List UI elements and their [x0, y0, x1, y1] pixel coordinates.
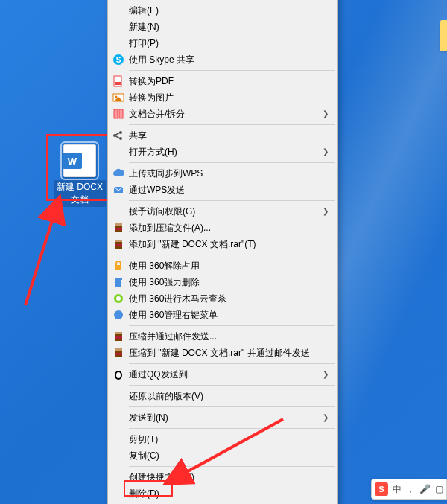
- ime-sogou-icon: S: [375, 482, 388, 496]
- txt: 文档合并/拆分: [129, 106, 320, 122]
- qq-icon: [108, 369, 129, 380]
- ime-comma[interactable]: ，: [406, 483, 415, 496]
- pdf-icon: [108, 75, 129, 87]
- txt: 编辑(E): [129, 2, 332, 19]
- svg-rect-20: [115, 278, 122, 280]
- menu-share[interactable]: 共享: [108, 127, 337, 144]
- menu-rar-mail-named[interactable]: 压缩到 "新建 DOCX 文档.rar" 并通过邮件发送: [108, 345, 337, 361]
- svg-rect-26: [115, 336, 122, 339]
- separator: [129, 162, 335, 163]
- rar-icon: [108, 347, 129, 359]
- svg-line-32: [25, 200, 59, 305]
- menu-add-rar-named[interactable]: 添加到 "新建 DOCX 文档.rar"(T): [108, 236, 337, 252]
- ime-box-icon[interactable]: ▢: [435, 484, 443, 494]
- txt: 使用 360管理右键菜单: [129, 307, 332, 323]
- menu-360-release[interactable]: 使用 360解除占用: [108, 258, 337, 274]
- rar-icon: [108, 222, 129, 234]
- submenu-arrow-icon: ❯: [320, 366, 332, 383]
- menu-open-with[interactable]: 打开方式(H)❯: [108, 144, 337, 160]
- ime-bar[interactable]: S 中 ， 🎤 ▢: [371, 479, 447, 500]
- submenu-arrow-icon: ❯: [320, 203, 332, 220]
- menu-grant[interactable]: 授予访问权限(G)❯: [108, 203, 337, 220]
- txt: 上传或同步到WPS: [129, 165, 332, 182]
- submenu-arrow-icon: ❯: [320, 106, 332, 122]
- svg-rect-14: [115, 228, 122, 230]
- txt: 发送到(N): [129, 409, 320, 426]
- separator: [129, 325, 335, 326]
- svg-point-9: [119, 131, 122, 134]
- rar-icon: [108, 331, 129, 342]
- submenu-arrow-icon: ❯: [320, 409, 332, 426]
- separator: [129, 428, 335, 429]
- desktop-folder-partial[interactable]: 10款: [431, 21, 447, 69]
- menu-360-scan[interactable]: 使用 360进行木马云查杀: [108, 290, 337, 307]
- svg-rect-3: [115, 82, 121, 85]
- svg-rect-18: [115, 265, 121, 270]
- svg-rect-25: [115, 332, 122, 334]
- shield-icon: [108, 293, 129, 304]
- txt: 复制(C): [129, 447, 332, 464]
- txt: 授予访问权限(G): [129, 203, 320, 220]
- cloud-icon: [108, 168, 129, 179]
- image-icon: [108, 92, 129, 103]
- txt: 添加到 "新建 DOCX 文档.rar"(T): [129, 236, 332, 252]
- separator: [129, 385, 335, 386]
- menu-print[interactable]: 打印(P): [108, 35, 337, 51]
- menu-doc-merge[interactable]: 文档合并/拆分❯: [108, 106, 337, 122]
- svg-rect-28: [115, 348, 122, 351]
- separator: [129, 255, 335, 255]
- menu-skype[interactable]: S 使用 Skype 共享: [108, 51, 337, 68]
- svg-point-8: [113, 134, 116, 137]
- menu-send-to[interactable]: 发送到(N)❯: [108, 409, 337, 426]
- lock-icon: [108, 260, 129, 272]
- highlight-box-properties: [124, 480, 173, 497]
- svg-point-23: [114, 310, 123, 319]
- svg-rect-17: [115, 244, 122, 246]
- menu-to-pdf[interactable]: 转换为PDF: [108, 73, 337, 89]
- menu-add-rar[interactable]: 添加到压缩文件(A)...: [108, 220, 337, 236]
- menu-qq-send[interactable]: 通过QQ发送到❯: [108, 366, 337, 383]
- svg-point-10: [119, 137, 122, 140]
- merge-icon: [108, 108, 129, 120]
- svg-rect-19: [115, 280, 121, 287]
- menu-edit[interactable]: 编辑(E): [108, 2, 337, 19]
- txt: 新建(N): [129, 19, 332, 35]
- skype-icon: S: [108, 54, 129, 66]
- txt: 共享: [129, 127, 332, 144]
- separator: [129, 363, 335, 364]
- desktop: 10款 W 新建 DOCX 文档 打开(O) 编辑(E) 新建(N) 打印(P)…: [0, 0, 447, 504]
- separator: [129, 70, 335, 71]
- separator: [129, 406, 335, 407]
- menu-copy[interactable]: 复制(C): [108, 447, 337, 464]
- svg-rect-6: [114, 109, 118, 118]
- annotation-arrow-1: [18, 194, 115, 313]
- svg-rect-16: [115, 240, 122, 242]
- menu-rar-mail[interactable]: 压缩并通过邮件发送...: [108, 328, 337, 345]
- svg-rect-13: [115, 223, 122, 226]
- txt: 转换为PDF: [129, 73, 332, 89]
- menu-new[interactable]: 新建(N): [108, 19, 337, 35]
- txt: 剪切(T): [129, 431, 332, 447]
- menu-wps-send[interactable]: 通过WPS发送: [108, 182, 337, 198]
- menu-wps-upload[interactable]: 上传或同步到WPS: [108, 165, 337, 182]
- txt: 通过QQ发送到: [129, 366, 320, 383]
- svg-point-22: [116, 296, 121, 301]
- svg-rect-29: [115, 353, 122, 355]
- txt: 打开方式(H): [129, 144, 320, 160]
- trash-icon: [108, 276, 129, 288]
- txt: 添加到压缩文件(A)...: [129, 220, 332, 236]
- menu-restore[interactable]: 还原以前的版本(V): [108, 388, 337, 404]
- ime-zh[interactable]: 中: [393, 483, 402, 496]
- send-icon: [108, 184, 129, 196]
- svg-point-31: [116, 372, 121, 378]
- txt: 压缩并通过邮件发送...: [129, 328, 332, 345]
- separator: [129, 466, 335, 467]
- separator: [129, 124, 335, 125]
- separator: [129, 200, 335, 201]
- menu-360-delete[interactable]: 使用 360强力删除: [108, 274, 337, 290]
- svg-text:S: S: [116, 56, 121, 64]
- menu-to-img[interactable]: 转换为图片: [108, 89, 337, 106]
- menu-cut[interactable]: 剪切(T): [108, 431, 337, 447]
- menu-360-manage[interactable]: 使用 360管理右键菜单: [108, 307, 337, 323]
- ime-mic-icon[interactable]: 🎤: [419, 484, 431, 494]
